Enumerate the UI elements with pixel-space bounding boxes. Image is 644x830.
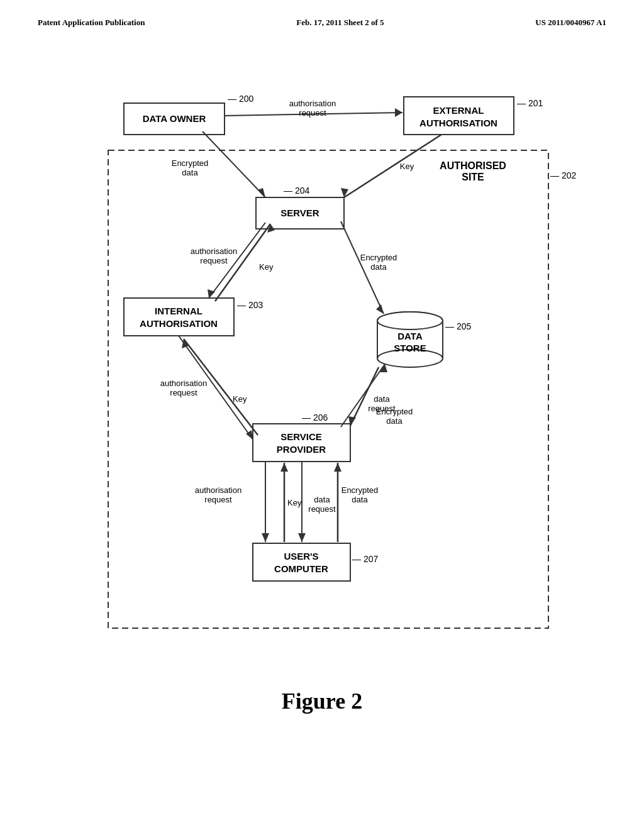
- int-auth-label1: INTERNAL: [155, 306, 203, 316]
- uc-label2: COMPUTER: [274, 563, 328, 574]
- svg-rect-9: [253, 424, 350, 462]
- uc-label1: USER'S: [284, 551, 318, 562]
- svg-marker-34: [280, 463, 288, 472]
- label-enc-data-3b: data: [386, 416, 402, 426]
- sp-label2: PROVIDER: [277, 444, 326, 455]
- label-206: — 206: [302, 412, 328, 423]
- label-key-3: Key: [233, 394, 247, 404]
- figure-area: AUTHORISED SITE — 202 DATA OWNER — 200 E…: [0, 53, 644, 669]
- label-key-1: Key: [400, 162, 414, 171]
- svg-marker-38: [334, 463, 341, 472]
- figure-caption: Figure 2: [0, 688, 644, 714]
- ext-auth-label1: EXTERNAL: [433, 105, 484, 116]
- label-enc-data-4b: data: [352, 495, 368, 504]
- label-enc-data-4: Encrypted: [341, 485, 379, 495]
- svg-marker-36: [298, 533, 306, 542]
- svg-line-11: [203, 131, 265, 197]
- label-auth-req-2: authorisation: [191, 246, 237, 256]
- svg-marker-32: [262, 533, 269, 542]
- header-left: Patent Application Publication: [38, 18, 145, 28]
- label-key-2: Key: [259, 262, 274, 272]
- header-right: US 2011/0040967 A1: [535, 18, 606, 28]
- label-enc-data-1: Encrypted: [172, 158, 209, 168]
- patent-header: Patent Application Publication Feb. 17, …: [0, 0, 644, 28]
- data-store-label2: STORE: [394, 343, 426, 353]
- label-auth-req-1: authorisation: [289, 99, 336, 108]
- label-auth-req-1b: request: [299, 108, 326, 118]
- int-auth-label2: AUTHORISATION: [140, 318, 218, 329]
- label-enc-data-2: Encrypted: [360, 253, 397, 262]
- svg-line-15: [344, 135, 441, 197]
- label-data-req-1: data: [374, 394, 390, 404]
- label-auth-req-4: authorisation: [195, 485, 242, 495]
- label-207: — 207: [352, 554, 378, 564]
- label-201: — 201: [517, 98, 543, 108]
- svg-marker-14: [395, 108, 402, 117]
- label-auth-req-2b: request: [200, 256, 228, 265]
- authorised-site-label2: SITE: [462, 172, 484, 182]
- label-203: — 203: [237, 300, 263, 310]
- svg-marker-22: [376, 304, 384, 314]
- svg-rect-10: [253, 543, 350, 581]
- svg-point-8: [377, 312, 443, 329]
- label-auth-req-3: authorisation: [160, 379, 207, 388]
- label-auth-req-3b: request: [170, 388, 197, 397]
- label-205: — 205: [445, 321, 471, 331]
- label-enc-data-3: Encrypted: [376, 407, 413, 416]
- ext-auth-label2: AUTHORISATION: [419, 118, 497, 128]
- authorised-site-label: AUTHORISED: [440, 160, 506, 171]
- label-data-req-2: data: [314, 495, 330, 504]
- data-store-label1: DATA: [397, 331, 423, 341]
- label-enc-data-1b: data: [182, 168, 198, 177]
- label-enc-data-2b: data: [370, 262, 387, 272]
- label-auth-req-4b: request: [204, 495, 232, 504]
- label-200: — 200: [228, 94, 253, 104]
- data-owner-label: DATA OWNER: [143, 113, 206, 124]
- label-data-req-2b: request: [308, 504, 336, 514]
- sp-label1: SERVICE: [280, 431, 322, 442]
- server-label: SERVER: [280, 208, 319, 218]
- svg-rect-2: [404, 97, 514, 135]
- label-204: — 204: [284, 185, 309, 196]
- label-key-4: Key: [287, 498, 302, 507]
- svg-rect-4: [124, 298, 234, 336]
- diagram-svg: AUTHORISED SITE — 202 DATA OWNER — 200 E…: [52, 53, 592, 669]
- svg-marker-12: [258, 188, 265, 197]
- label-202: — 202: [550, 170, 576, 180]
- header-center: Feb. 17, 2011 Sheet 2 of 5: [296, 18, 384, 28]
